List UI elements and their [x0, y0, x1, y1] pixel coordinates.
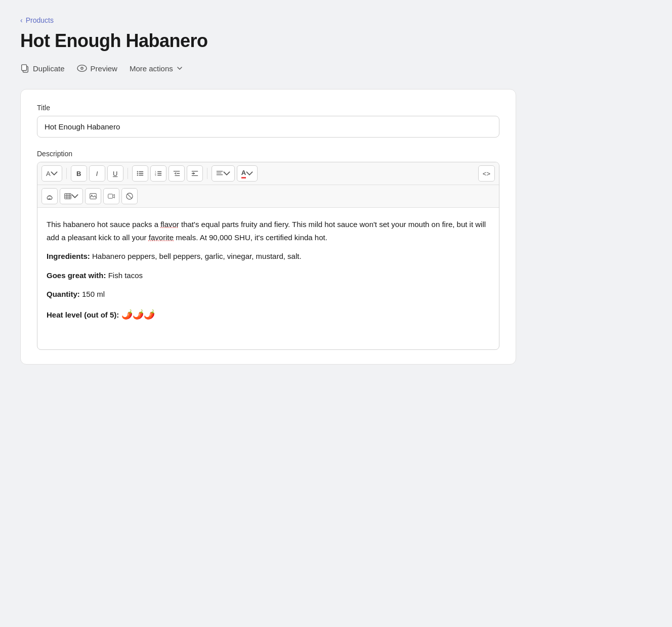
svg-line-35 — [128, 194, 132, 199]
editor-toolbar-row-1: A B I U — [37, 162, 499, 185]
underline-label: U — [113, 170, 117, 177]
bullet-list-button[interactable] — [132, 165, 148, 182]
goes-great-value: Fish tacos — [106, 271, 143, 280]
indent-more-button[interactable] — [187, 165, 203, 182]
indent-more-icon — [191, 170, 198, 177]
goes-great-line: Goes great with: Fish tacos — [47, 269, 490, 282]
ingredients-value: Habanero peppers, bell peppers, garlic, … — [90, 252, 302, 260]
link-icon — [46, 193, 53, 200]
block-icon — [126, 193, 133, 200]
color-chevron-icon — [246, 170, 253, 177]
svg-rect-1 — [22, 65, 27, 71]
preview-button[interactable]: Preview — [77, 62, 117, 75]
quantity-line: Quantity: 150 ml — [47, 288, 490, 301]
align-button[interactable] — [212, 165, 235, 182]
svg-rect-26 — [65, 194, 71, 199]
ordered-list-icon: 1. 2. 3. — [155, 170, 162, 177]
product-form-card: Title Description A B I U — [20, 89, 516, 365]
chevron-down-icon — [51, 170, 58, 177]
editor-toolbar-row-2 — [37, 185, 499, 208]
title-label: Title — [37, 104, 499, 112]
svg-point-32 — [91, 195, 92, 196]
code-label: <> — [483, 170, 490, 177]
text-color-label: A — [241, 169, 246, 178]
svg-point-4 — [81, 68, 82, 69]
preview-label: Preview — [91, 64, 117, 73]
chevron-left-icon: ‹ — [20, 16, 23, 24]
description-paragraph: This habanero hot sauce packs a flavor t… — [47, 218, 490, 244]
goes-great-bold-label: Goes great with: — [47, 271, 106, 280]
toolbar-divider-1 — [66, 168, 67, 179]
ingredients-bold-label: Ingredients: — [47, 252, 90, 260]
font-size-button[interactable]: A — [41, 165, 62, 182]
font-size-label: A — [46, 170, 51, 177]
image-icon — [90, 193, 97, 200]
svg-rect-33 — [108, 194, 113, 198]
breadcrumb[interactable]: ‹ Products — [20, 16, 652, 24]
align-icon — [216, 170, 223, 177]
title-input[interactable] — [37, 116, 499, 138]
block-button[interactable] — [121, 188, 138, 204]
duplicate-label: Duplicate — [33, 64, 65, 73]
align-chevron-icon — [223, 170, 230, 177]
table-icon — [64, 193, 71, 200]
svg-point-9 — [137, 174, 138, 175]
chevron-down-icon — [177, 65, 183, 71]
link-button[interactable] — [41, 188, 58, 204]
eye-icon — [77, 64, 87, 73]
breadcrumb-label: Products — [26, 16, 54, 24]
quantity-value: 150 ml — [80, 290, 105, 298]
video-button[interactable] — [103, 188, 119, 204]
quantity-bold-label: Quantity: — [47, 290, 80, 298]
svg-text:3.: 3. — [155, 174, 157, 176]
duplicate-icon — [20, 64, 29, 73]
heat-level-line: Heat level (out of 5): 🌶️🌶️🌶️ — [47, 307, 490, 323]
duplicate-button[interactable]: Duplicate — [20, 62, 65, 75]
toolbar-divider-2 — [128, 168, 128, 179]
code-button[interactable]: <> — [478, 165, 495, 182]
ingredients-line: Ingredients: Habanero peppers, bell pepp… — [47, 250, 490, 263]
svg-point-5 — [137, 171, 138, 172]
toolbar: Duplicate Preview More actions — [20, 62, 652, 75]
favorite-word: favorite — [149, 233, 174, 242]
heat-emojis: 🌶️🌶️🌶️ — [121, 309, 155, 320]
svg-point-7 — [137, 173, 138, 174]
description-editor: A B I U — [37, 162, 499, 350]
text-color-button[interactable]: A — [237, 165, 258, 182]
underline-button[interactable]: U — [107, 165, 123, 182]
indent-less-icon — [173, 170, 180, 177]
toolbar-divider-3 — [207, 168, 207, 179]
editor-content-area[interactable]: This habanero hot sauce packs a flavor t… — [37, 208, 499, 349]
indent-less-button[interactable] — [169, 165, 185, 182]
page-title: Hot Enough Habanero — [20, 30, 652, 52]
more-actions-button[interactable]: More actions — [130, 62, 183, 75]
ordered-list-button[interactable]: 1. 2. 3. — [150, 165, 166, 182]
bold-label: B — [76, 170, 81, 177]
more-actions-label: More actions — [130, 64, 173, 73]
italic-button[interactable]: I — [89, 165, 105, 182]
table-button[interactable] — [60, 188, 83, 204]
description-label: Description — [37, 150, 499, 158]
video-icon — [108, 193, 115, 200]
bullet-list-icon — [137, 170, 144, 177]
image-button[interactable] — [85, 188, 101, 204]
bold-button[interactable]: B — [71, 165, 87, 182]
flavor-word: flavor — [160, 220, 179, 229]
italic-label: I — [96, 170, 98, 177]
heat-level-bold-label: Heat level (out of 5): — [47, 310, 119, 319]
table-chevron-icon — [71, 193, 78, 200]
